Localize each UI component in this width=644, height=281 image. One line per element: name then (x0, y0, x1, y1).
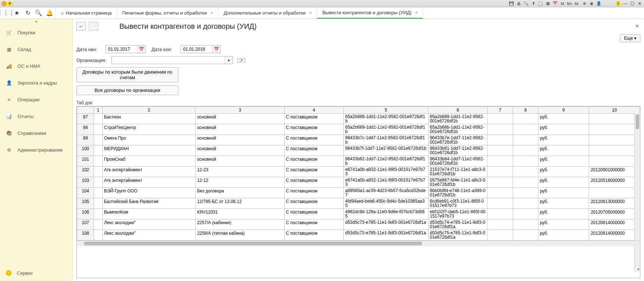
table-cell[interactable]: 4fd94aed-beb6-450c-9d4c-5de10365aa35 (344, 198, 428, 209)
table-cell[interactable]: основной (195, 124, 284, 135)
table-cell[interactable] (513, 135, 538, 145)
table-cell[interactable] (513, 177, 538, 188)
table-cell[interactable]: 20120705000000 (589, 209, 640, 219)
search-doc-icon[interactable]: 🔍 (523, 1, 529, 7)
tab-close-icon[interactable]: × (309, 11, 312, 16)
tab-close-icon[interactable]: × (210, 11, 213, 16)
sidebar-item-admin[interactable]: ⚙ Администрирование (0, 141, 72, 158)
minimize-button[interactable]: — (622, 1, 628, 6)
table-cell[interactable]: Атк энтертэйнмент (102, 177, 195, 188)
sidebar-item-warehouse[interactable]: ▦ Склад (0, 41, 72, 58)
sidebar-item-operations[interactable]: ≡ Операции (0, 91, 72, 108)
table-cell[interactable] (487, 135, 513, 145)
table-row[interactable]: 98СтройТехЦентросновнойС поставщиком65a2… (77, 124, 640, 135)
table-cell[interactable] (487, 156, 513, 167)
table-cell[interactable]: 97 (77, 114, 94, 124)
table-cell[interactable] (94, 230, 102, 241)
tab-home[interactable]: ⌂ Начальная страница (56, 7, 117, 19)
save-icon[interactable]: 💾 (509, 1, 514, 7)
table-cell[interactable] (487, 177, 513, 188)
table-cell[interactable]: руб. (538, 198, 589, 209)
table-cell[interactable] (589, 114, 640, 124)
nav-back-button[interactable]: ← (76, 22, 86, 31)
table-cell[interactable] (94, 198, 102, 209)
table-row[interactable]: 100МЕРИДИАНосновнойС поставщиком96433b7f… (77, 145, 640, 156)
table-cell[interactable]: 96433b81-1dd7-11e2-9582-001e6726df1b (428, 145, 487, 156)
table-cell[interactable]: 2258/А (теплая кабина) (195, 230, 284, 241)
table-cell[interactable] (94, 188, 102, 198)
table-cell[interactable]: Омега Про (102, 135, 195, 145)
calendar-icon[interactable]: 📅 (212, 46, 220, 53)
table-cell[interactable]: основной (195, 156, 284, 167)
dropdown-icon[interactable]: ▾ (225, 56, 233, 64)
table-row[interactable]: 97БастионосновнойС поставщиком65a2b686-1… (77, 114, 640, 124)
table-cell[interactable] (94, 114, 102, 124)
table-cell[interactable]: 100 (77, 145, 94, 156)
table-cell[interactable]: a89560a1-ac39-4d23-9b57-5ca5cd32bde7 (344, 188, 428, 198)
vertical-scrollbar[interactable]: ▾ (634, 113, 640, 272)
table-row[interactable]: 103Атк энтертэйнмент12-12С поставщикомe6… (77, 177, 640, 188)
table-cell[interactable]: 12-23 (195, 167, 284, 177)
table-cell[interactable]: 65a2b68b-1dd1-11e2-9582-001e6726df1b (428, 124, 487, 135)
table-cell[interactable] (513, 145, 538, 156)
table-cell[interactable] (487, 230, 513, 241)
table-cell[interactable]: руб. (538, 167, 589, 177)
notifications-icon[interactable]: 🔔 (46, 9, 53, 17)
table-cell[interactable]: 98 (77, 124, 94, 135)
table-cell[interactable] (94, 135, 102, 145)
table-cell[interactable]: e6741a0b-a932-11e1-99f3-001517e97b73 (344, 167, 428, 177)
table-cell[interactable]: 99 (77, 135, 94, 145)
date-end-input[interactable] (181, 46, 212, 53)
table-cell[interactable]: 96433b7f-1dd7-11e2-9582-001e6726df1b (344, 145, 428, 156)
upload-icon[interactable]: ⬆ (530, 1, 536, 7)
table-cell[interactable]: Атк энтертэйнмент (102, 167, 195, 177)
table-header[interactable]: 9 (538, 107, 589, 114)
table-cell[interactable]: руб. (538, 230, 589, 241)
table-header[interactable]: 4 (284, 107, 344, 114)
table-cell[interactable] (94, 177, 102, 188)
table-cell[interactable]: ВымпелКом (102, 209, 195, 219)
table-cell[interactable]: 20120814000000 (589, 230, 640, 241)
table-cell[interactable]: С поставщиком (284, 167, 344, 177)
table-row[interactable]: 106ВымпелКомKR#12031С поставщиком4962dc9… (77, 209, 640, 219)
tab-print-forms[interactable]: Печатные формы, отчеты и обработки × (117, 7, 219, 19)
table-cell[interactable]: 20120901000000 (589, 167, 640, 177)
table-cell[interactable]: 108 (77, 230, 94, 241)
table-cell[interactable]: руб. (538, 156, 589, 167)
table-cell[interactable]: С поставщиком (284, 219, 344, 230)
table-cell[interactable] (589, 156, 640, 167)
table-cell[interactable]: d53d5c74-e785-11e1-9df3-001e6726df1a (428, 219, 487, 230)
table-cell[interactable] (513, 167, 538, 177)
table-header[interactable]: 1 (94, 107, 102, 114)
close-window-button[interactable]: ✕ (637, 1, 643, 6)
table-cell[interactable]: 4962dc9d-129a-11e0-9d8e-f07bcb73d065 (344, 209, 428, 219)
table-cell[interactable]: d53d5c73-e785-11e1-9df3-001e6726df1a (344, 230, 428, 241)
tab-close-icon[interactable]: × (415, 10, 418, 15)
table-cell[interactable] (513, 156, 538, 167)
sidebar-collapse-toggle[interactable]: ▲ (0, 19, 72, 24)
search-icon[interactable]: 🔍 (35, 9, 42, 17)
table-cell[interactable]: 96433b84-1dd7-11e2-9582-001e6726df1b (428, 156, 487, 167)
table-cell[interactable] (487, 124, 513, 135)
table-cell[interactable]: 20120814000000 (589, 219, 640, 230)
table-cell[interactable]: Без договора (195, 188, 284, 198)
table-cell[interactable] (94, 124, 102, 135)
table-row[interactable]: 102Атк энтертэйнмент12-23С поставщикомe6… (77, 167, 640, 177)
table-cell[interactable]: основной (195, 145, 284, 156)
grid-icon[interactable]: ▦ (545, 1, 551, 7)
contracts-with-movements-button[interactable]: Договоры по которым были движения по сче… (76, 67, 178, 82)
table-cell[interactable] (487, 219, 513, 230)
tab-additional-reports[interactable]: Дополнительные отчеты и обработки × (218, 7, 317, 19)
table-cell[interactable]: 12-12 (195, 177, 284, 188)
table-cell[interactable]: 65a2b688-1dd1-11e2-9582-001e6726df1b (428, 114, 487, 124)
table-cell[interactable]: 2257/А (кабинки) (195, 219, 284, 230)
table-row[interactable]: 107Лекс эколоджи"2257/А (кабинки)С поста… (77, 219, 640, 230)
table-cell[interactable] (487, 188, 513, 198)
maximize-button[interactable]: ☐ (629, 1, 635, 6)
history-icon[interactable]: ↻ (24, 9, 31, 17)
table-cell[interactable] (513, 198, 538, 209)
table-cell[interactable]: С поставщиком (284, 209, 344, 219)
mem-mplus-icon[interactable]: M+ (567, 1, 573, 7)
app-menu-icon[interactable]: ▾ (7, 1, 12, 6)
table-cell[interactable]: руб. (538, 114, 589, 124)
